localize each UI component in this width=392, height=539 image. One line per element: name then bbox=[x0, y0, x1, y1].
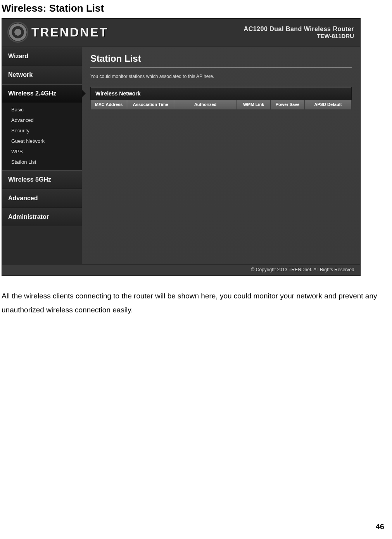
nav-network[interactable]: Network bbox=[2, 66, 82, 84]
col-power-save: Power Save bbox=[271, 100, 304, 110]
product-id: AC1200 Dual Band Wireless Router TEW-811… bbox=[244, 26, 354, 39]
subnav-wps[interactable]: WPS bbox=[2, 146, 82, 157]
main-panel: Station List You could monitor stations … bbox=[82, 47, 360, 264]
subnav-wireless-24: Basic Advanced Security Guest Network WP… bbox=[2, 103, 82, 170]
page-number: 46 bbox=[376, 522, 384, 531]
product-model: TEW-811DRU bbox=[244, 33, 354, 39]
nav-advanced[interactable]: Advanced bbox=[2, 189, 82, 208]
nav-wireless-5[interactable]: Wireless 5GHz bbox=[2, 170, 82, 189]
subnav-advanced[interactable]: Advanced bbox=[2, 115, 82, 125]
brand-logo: TRENDNET bbox=[7, 22, 108, 43]
col-authorized: Authorized bbox=[174, 100, 237, 110]
col-mac-address: MAC Address bbox=[91, 100, 127, 110]
router-ui-screenshot: TRENDNET AC1200 Dual Band Wireless Route… bbox=[2, 18, 361, 276]
page-description: You could monitor stations which associa… bbox=[90, 74, 352, 79]
swirl-icon bbox=[7, 22, 28, 43]
col-association-time: Association Time bbox=[127, 100, 174, 110]
copyright-footer: © Copyright 2013 TRENDnet. All Rights Re… bbox=[2, 264, 360, 276]
table-section-header: Wireless Network bbox=[90, 87, 352, 100]
nav-wizard[interactable]: Wizard bbox=[2, 47, 82, 66]
station-list-table: MAC Address Association Time Authorized … bbox=[90, 100, 352, 110]
brand-name: TRENDNET bbox=[31, 25, 108, 40]
subnav-station-list[interactable]: Station List bbox=[2, 157, 82, 167]
sidebar: Wizard Network Wireless 2.4GHz Basic Adv… bbox=[2, 47, 82, 264]
app-header: TRENDNET AC1200 Dual Band Wireless Route… bbox=[2, 19, 360, 47]
doc-explanation: All the wireless clients connecting to t… bbox=[2, 289, 382, 317]
page-title: Station List bbox=[90, 53, 352, 64]
subnav-basic[interactable]: Basic bbox=[2, 104, 82, 115]
table-header-row: MAC Address Association Time Authorized … bbox=[91, 100, 352, 110]
nav-administrator[interactable]: Administrator bbox=[2, 208, 82, 226]
divider bbox=[90, 67, 352, 68]
nav-wireless-24[interactable]: Wireless 2.4GHz bbox=[2, 84, 82, 103]
col-apsd-default: APSD Default bbox=[304, 100, 351, 110]
doc-section-title: Wireless: Station List bbox=[2, 2, 386, 14]
col-wmm-link: WMM Link bbox=[237, 100, 270, 110]
subnav-guest-network[interactable]: Guest Network bbox=[2, 136, 82, 146]
product-name: AC1200 Dual Band Wireless Router bbox=[244, 26, 354, 33]
subnav-security[interactable]: Security bbox=[2, 125, 82, 136]
